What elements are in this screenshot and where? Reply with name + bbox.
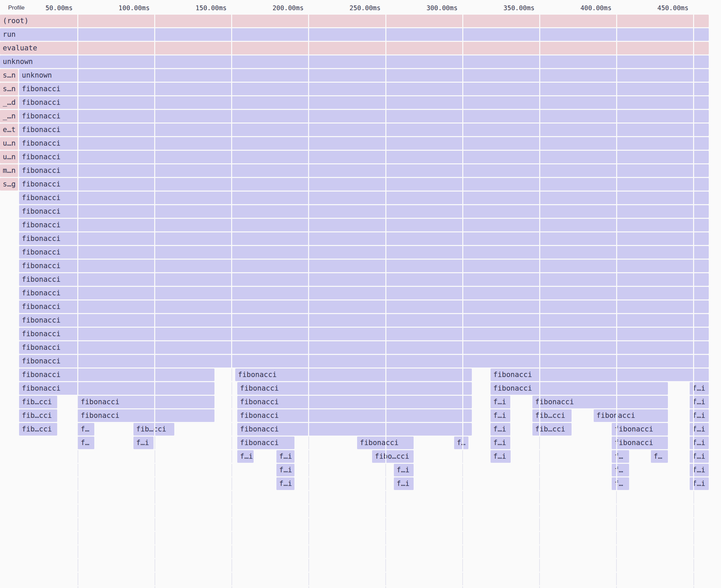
flame-box[interactable]: fibonacci — [235, 369, 472, 381]
flame-box[interactable]: m…n — [0, 164, 18, 177]
flame-box[interactable]: fibonacci — [612, 423, 668, 436]
flame-box[interactable]: f… — [612, 450, 629, 463]
flame-box[interactable]: unknown — [19, 69, 709, 82]
flame-box[interactable]: fibonacci — [19, 164, 709, 177]
flame-box[interactable]: s…n — [0, 83, 18, 95]
flame-box[interactable]: fibonacci — [237, 409, 472, 422]
flame-box[interactable]: fibonacci — [19, 355, 709, 368]
flame-box[interactable]: f…i — [133, 437, 154, 449]
flame-box[interactable]: fibonacci — [19, 273, 709, 286]
flame-box[interactable]: fibonacci — [19, 219, 709, 231]
flame-box[interactable]: fibonacci — [19, 260, 709, 272]
flame-box[interactable]: s…n — [0, 69, 18, 82]
flame-box[interactable]: f… — [78, 423, 94, 436]
gridline-hairline — [539, 15, 540, 27]
flame-box[interactable]: fibonacci — [19, 83, 709, 95]
flame-box[interactable]: fibonacci — [78, 396, 214, 408]
flame-box[interactable]: fibonacci — [19, 124, 709, 136]
flame-graph[interactable]: (root)runevaluateunknowns…nunknowns…nfib… — [0, 0, 721, 588]
gridline-hairline — [462, 151, 463, 163]
gridline-hairline — [154, 287, 155, 299]
flame-box[interactable]: fibonacci — [237, 423, 472, 436]
flame-box[interactable]: fibonacci — [19, 232, 709, 245]
flame-box[interactable]: fibonacci — [491, 382, 668, 395]
flame-box[interactable]: f…i — [690, 464, 709, 476]
flame-box[interactable]: e…t — [0, 124, 18, 136]
flame-box[interactable]: (root) — [0, 15, 709, 27]
flame-box[interactable]: fib…cci — [133, 423, 174, 436]
flame-box[interactable]: f…i — [491, 396, 510, 408]
flame-box[interactable]: fib…cci — [19, 396, 57, 408]
flame-box[interactable]: f…i — [491, 450, 511, 463]
flame-box[interactable]: f… — [78, 437, 94, 449]
flame-box[interactable]: fib…cci — [19, 409, 57, 422]
flame-box[interactable]: _…d — [0, 96, 18, 109]
flame-box[interactable]: fib…cci — [19, 423, 57, 436]
flame-box[interactable]: fibonacci — [19, 246, 709, 259]
gridline-hairline — [308, 246, 309, 259]
flame-box[interactable]: f…i — [394, 464, 414, 476]
flame-box[interactable]: f…i — [491, 409, 510, 422]
flame-box[interactable]: fibonacci — [78, 409, 214, 422]
gridline-hairline — [693, 110, 694, 122]
flame-box[interactable]: f…i — [690, 423, 709, 436]
flame-box[interactable]: fibonacci — [19, 178, 709, 191]
flame-box[interactable]: f… — [454, 437, 468, 449]
flame-box[interactable]: _…n — [0, 110, 18, 122]
flame-box[interactable]: fibonacci — [19, 369, 214, 381]
flame-box[interactable]: fibonacci — [612, 437, 668, 449]
flame-box[interactable]: f…i — [276, 477, 294, 490]
flame-box[interactable]: fibonacci — [19, 328, 709, 340]
flame-box[interactable]: f…i — [690, 382, 709, 395]
flame-box[interactable]: fibo…cci — [372, 450, 414, 463]
flame-box[interactable]: f…i — [237, 450, 254, 463]
flame-box[interactable]: fibonacci — [19, 96, 709, 109]
flame-box[interactable]: fibonacci — [19, 382, 214, 395]
gridline-hairline — [539, 369, 540, 381]
flame-box[interactable]: fibonacci — [19, 314, 709, 327]
flame-box[interactable]: f…i — [690, 450, 709, 463]
flame-box[interactable]: fibonacci — [237, 396, 472, 408]
flame-box[interactable]: fibonacci — [19, 192, 709, 204]
flame-box[interactable]: u…n — [0, 137, 18, 150]
flame-box[interactable]: f…i — [690, 477, 709, 490]
flame-box[interactable]: fibonacci — [532, 396, 668, 408]
flame-box[interactable]: f…i — [276, 464, 294, 476]
flame-box[interactable]: fibonacci — [19, 110, 709, 122]
flame-box[interactable]: evaluate — [0, 42, 709, 54]
gridline-hairline — [539, 260, 540, 272]
flame-box[interactable]: fibonacci — [491, 369, 709, 381]
flame-box[interactable]: f…i — [491, 423, 510, 436]
flame-box[interactable]: f… — [612, 464, 629, 476]
flame-box[interactable]: unknown — [0, 55, 709, 68]
flame-box[interactable]: fibonacci — [19, 151, 709, 163]
flame-box[interactable]: fibonacci — [19, 300, 709, 313]
gridline-hairline — [385, 69, 386, 82]
flame-box[interactable]: fibonacci — [19, 205, 709, 218]
flame-box[interactable]: f…i — [276, 450, 294, 463]
flame-box[interactable]: fib…cci — [532, 409, 572, 422]
flame-box[interactable]: fibonacci — [19, 137, 709, 150]
flame-box[interactable]: f… — [612, 477, 629, 490]
flame-box[interactable]: fibonacci — [237, 382, 472, 395]
axis-tick-label: 400.00ms — [536, 0, 611, 15]
flame-box[interactable]: fibonacci — [237, 437, 294, 449]
flame-box[interactable]: fibonacci — [594, 409, 668, 422]
flame-box[interactable]: fibonacci — [357, 437, 414, 449]
flame-box[interactable]: f…i — [690, 396, 709, 408]
flame-box[interactable]: f…i — [491, 437, 510, 449]
gridline-hairline — [539, 205, 540, 218]
flame-box[interactable]: u…n — [0, 151, 18, 163]
flame-box[interactable]: f…i — [690, 409, 709, 422]
flame-box[interactable]: f…i — [394, 477, 414, 490]
gridline-hairline — [462, 246, 463, 259]
flame-box[interactable]: run — [0, 28, 709, 41]
gridline-hairline — [308, 355, 309, 368]
flame-box[interactable]: f… — [651, 450, 668, 463]
flame-box[interactable]: s…g — [0, 178, 18, 191]
flame-box[interactable]: fibonacci — [19, 287, 709, 299]
flame-box[interactable]: fib…cci — [532, 423, 572, 436]
flame-box[interactable]: f…i — [690, 437, 709, 449]
flame-box[interactable]: fibonacci — [19, 341, 709, 354]
gridline-hairline — [539, 328, 540, 340]
